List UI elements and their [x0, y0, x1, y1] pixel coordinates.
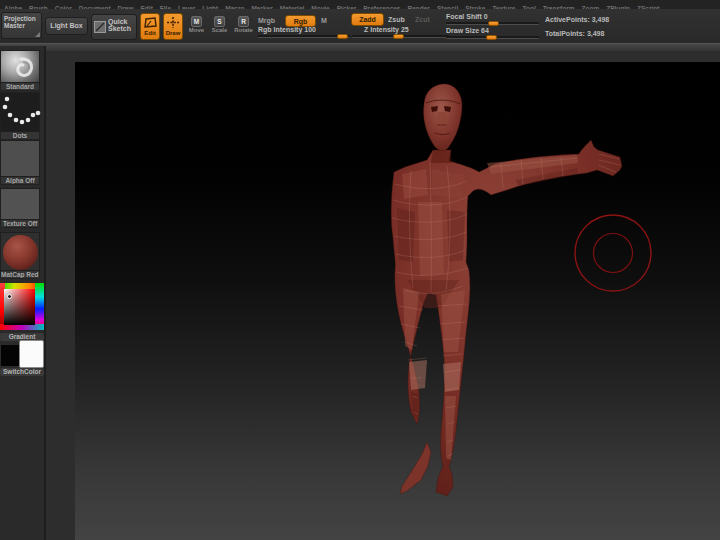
material-selector[interactable]: MatCap Red Wax: [0, 232, 40, 279]
z-intensity-handle[interactable]: [393, 34, 404, 39]
model-figure[interactable]: [391, 84, 622, 496]
active-points-label: ActivePoints:: [545, 16, 590, 23]
rgb-intensity-value: 100: [304, 26, 316, 33]
alpha-label: Alpha Off: [0, 177, 40, 185]
rotate-button[interactable]: R Rotate: [233, 15, 254, 41]
texture-label: Texture Off: [0, 220, 40, 228]
total-points-value: 3,498: [587, 30, 605, 37]
active-points-value: 3,498: [592, 16, 610, 23]
dots-stroke-icon: [1, 93, 41, 133]
total-points-readout: TotalPoints: 3,498: [545, 30, 604, 37]
focal-shift-handle[interactable]: [488, 21, 499, 26]
brush-cursor: [575, 215, 651, 291]
alpha-off-thumbnail[interactable]: [0, 140, 40, 177]
menu-bar: AlphaBrushColorDocumentDrawEditFileLayer…: [0, 0, 720, 9]
dots-stroke-thumbnail[interactable]: [0, 92, 40, 132]
move-button[interactable]: M Move: [187, 15, 206, 41]
switch-color-button[interactable]: SwitchColor: [0, 368, 44, 376]
z-intensity-slider[interactable]: Z Intensity 25: [352, 26, 449, 38]
secondary-color-swatch[interactable]: [0, 344, 20, 367]
draw-size-handle[interactable]: [486, 35, 497, 40]
sculpt-viewport: [75, 62, 720, 540]
draw-size-value: 64: [481, 27, 489, 34]
top-toolbar: Projection Master Light Box Quick Sketch…: [0, 9, 720, 43]
color-selector-dot[interactable]: [7, 294, 12, 299]
zadd-button[interactable]: Zadd: [351, 13, 384, 26]
document-canvas[interactable]: [75, 62, 720, 540]
m-button[interactable]: M: [321, 17, 327, 24]
standard-brush-thumbnail[interactable]: [0, 50, 40, 83]
quick-sketch-button[interactable]: Quick Sketch: [91, 14, 137, 40]
draw-size-label: Draw Size: [446, 27, 479, 34]
focal-shift-slider[interactable]: Focal Shift 0: [446, 13, 539, 25]
active-points-readout: ActivePoints: 3,498: [545, 16, 609, 23]
mrgb-button[interactable]: Mrgb: [258, 17, 275, 24]
rgb-intensity-handle[interactable]: [337, 34, 348, 39]
material-label: MatCap Red Wax: [0, 271, 40, 279]
projection-master-line1: Projection: [4, 15, 41, 22]
left-tool-tray: Standard Dots Alpha Off Texture Off MatC…: [0, 46, 44, 540]
draw-label: Draw: [164, 30, 182, 36]
brush-swirl-icon: [1, 51, 41, 84]
brush-selector[interactable]: Standard: [0, 50, 40, 91]
stroke-label: Dots: [0, 132, 40, 140]
draw-crosshair-icon: [166, 16, 180, 29]
sidebar-divider: [44, 46, 46, 540]
texture-selector[interactable]: Texture Off: [0, 188, 40, 228]
projection-master-button[interactable]: Projection Master: [1, 12, 42, 39]
z-intensity-label: Z Intensity: [364, 26, 399, 33]
texture-off-thumbnail[interactable]: [0, 188, 40, 220]
draw-button[interactable]: Draw: [163, 13, 183, 40]
saturation-value-square[interactable]: [4, 289, 35, 325]
rgb-intensity-label: Rgb Intensity: [258, 26, 302, 33]
quick-sketch-line1: Quick: [108, 18, 131, 25]
move-icon: M: [191, 16, 202, 27]
toolbar-divider: [0, 43, 720, 51]
edit-button[interactable]: Edit: [140, 13, 160, 40]
light-box-button[interactable]: Light Box: [45, 17, 88, 35]
menu-bar-items: AlphaBrushColorDocumentDrawEditFileLayer…: [4, 0, 666, 9]
total-points-label: TotalPoints:: [545, 30, 585, 37]
z-intensity-value: 25: [401, 26, 409, 33]
quick-sketch-line2: Sketch: [108, 25, 131, 32]
stroke-selector[interactable]: Dots: [0, 92, 40, 140]
rotate-icon: R: [238, 16, 249, 27]
scale-button[interactable]: S Scale: [210, 15, 229, 41]
main-color-swatch[interactable]: [19, 340, 44, 368]
edit-label: Edit: [141, 30, 159, 36]
move-label: Move: [187, 27, 206, 33]
corner-fold-icon: [35, 32, 40, 37]
focal-shift-value: 0: [484, 13, 488, 20]
focal-shift-label: Focal Shift: [446, 13, 482, 20]
sketch-icon: [94, 21, 106, 33]
draw-size-slider[interactable]: Draw Size 64: [446, 27, 539, 39]
rgb-intensity-slider[interactable]: Rgb Intensity 100: [258, 26, 350, 38]
rotate-label: Rotate: [233, 27, 254, 33]
scale-icon: S: [214, 16, 225, 27]
alpha-selector[interactable]: Alpha Off: [0, 140, 40, 185]
color-picker[interactable]: [0, 283, 44, 330]
matcap-red-wax-thumbnail[interactable]: [0, 232, 40, 271]
projection-master-line2: Master: [4, 22, 41, 29]
brush-label: Standard: [0, 83, 40, 91]
detached-foot: [400, 442, 431, 494]
hue-strip-right[interactable]: [35, 283, 44, 330]
zcut-button[interactable]: Zcut: [415, 16, 430, 23]
edit-quad-icon: [143, 16, 157, 29]
zsub-button[interactable]: Zsub: [388, 16, 405, 23]
scale-label: Scale: [210, 27, 229, 33]
